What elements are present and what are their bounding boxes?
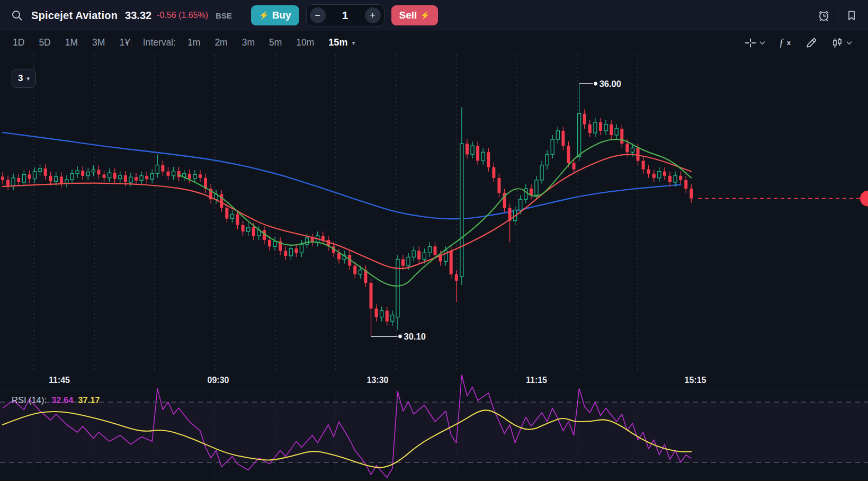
candles bbox=[1, 84, 693, 336]
quantity-stepper: − 1 + bbox=[306, 4, 384, 26]
interval-10m[interactable]: 10m bbox=[296, 37, 314, 48]
ma-fast-green bbox=[179, 139, 692, 286]
range-5d[interactable]: 5D bbox=[39, 37, 50, 48]
buy-button-label: Buy bbox=[272, 10, 291, 21]
divider bbox=[838, 8, 838, 22]
range-1d[interactable]: 1D bbox=[13, 37, 24, 48]
rsi-signal-value: 37.17 bbox=[78, 395, 100, 405]
time-tick: 09:30 bbox=[208, 376, 229, 385]
quantity-value: 1 bbox=[342, 9, 348, 22]
interval-3m[interactable]: 3m bbox=[242, 37, 255, 48]
search-icon[interactable] bbox=[11, 9, 23, 22]
toolbar-right-icons: ƒx bbox=[744, 37, 855, 49]
rsi-gridlines bbox=[34, 391, 638, 481]
interval-15m-active[interactable]: 15m bbox=[328, 37, 347, 48]
time-tick: 13:30 bbox=[367, 376, 389, 385]
crosshair-tool-button[interactable] bbox=[744, 37, 765, 49]
price-change: -0.56 (1.65%) bbox=[157, 11, 208, 20]
rsi-signal-line bbox=[3, 410, 691, 467]
interval-dropdown-caret[interactable]: ▾ bbox=[352, 39, 355, 47]
time-tick: 11:45 bbox=[49, 376, 70, 385]
range-dropdown-caret[interactable]: ▾ bbox=[126, 39, 129, 47]
indicator-count: 3 bbox=[18, 73, 23, 84]
last-price-line bbox=[698, 191, 868, 207]
exchange-badge: BSE bbox=[216, 11, 232, 20]
trading-app: Spicejet Aviation 33.32 -0.56 (1.65%) BS… bbox=[0, 0, 868, 481]
rsi-name: RSI (14): bbox=[12, 395, 47, 405]
bookmark-icon[interactable] bbox=[846, 9, 857, 22]
chevron-down-icon bbox=[759, 41, 765, 45]
time-tick: 11:15 bbox=[526, 376, 547, 385]
indicator-count-dropdown[interactable]: 3 ▾ bbox=[12, 69, 36, 88]
chart-type-candles-button[interactable] bbox=[831, 37, 852, 49]
ma-mid-red bbox=[3, 155, 691, 269]
alerts-icon[interactable] bbox=[817, 9, 830, 22]
svg-text:36.00: 36.00 bbox=[599, 79, 621, 88]
rsi-main-value: 32.64 bbox=[51, 395, 73, 405]
interval-2m[interactable]: 2m bbox=[214, 37, 227, 48]
draw-tool-button[interactable] bbox=[804, 37, 817, 49]
svg-text:30.10: 30.10 bbox=[404, 332, 426, 341]
interval-1m[interactable]: 1m bbox=[187, 37, 200, 48]
header-right-actions bbox=[817, 8, 857, 22]
range-3m[interactable]: 3M bbox=[92, 37, 105, 48]
interval-5m[interactable]: 5m bbox=[269, 37, 282, 48]
time-tick: 15:15 bbox=[685, 376, 706, 385]
low-price-marker: 30.10 bbox=[371, 332, 426, 341]
lightning-icon: ⚡ bbox=[259, 11, 269, 20]
time-axis[interactable]: 11:45 09:30 13:30 11:15 15:15 bbox=[0, 371, 868, 390]
instrument-name: Spicejet Aviation bbox=[31, 10, 118, 22]
last-traded-price: 33.32 bbox=[125, 10, 151, 22]
quantity-increase-button[interactable]: + bbox=[365, 7, 381, 23]
rsi-indicator-legend[interactable]: RSI (14): 32.64 37.17 bbox=[12, 395, 100, 405]
chevron-down-icon: ▾ bbox=[26, 75, 30, 82]
rsi-band bbox=[0, 402, 868, 462]
high-price-marker: 36.00 bbox=[579, 79, 621, 88]
sell-button-label: Sell bbox=[399, 10, 417, 21]
quantity-decrease-button[interactable]: − bbox=[310, 7, 326, 23]
sell-button[interactable]: Sell ⚡ bbox=[391, 5, 439, 25]
buy-button[interactable]: ⚡ Buy bbox=[251, 5, 299, 25]
chevron-down-icon bbox=[846, 41, 852, 45]
indicators-fx-button[interactable]: ƒx bbox=[779, 37, 791, 49]
session-gridlines bbox=[34, 55, 638, 371]
interval-label: Interval: bbox=[143, 37, 176, 48]
divider bbox=[131, 37, 131, 49]
header-bar: Spicejet Aviation 33.32 -0.56 (1.65%) BS… bbox=[0, 0, 868, 31]
lightning-icon: ⚡ bbox=[420, 11, 430, 20]
price-chart-canvas[interactable]: 36.0030.10 bbox=[0, 55, 868, 371]
chart-toolbar: 1D 5D 1M 3M 1Y ▾ Interval: 1m 2m 3m 5m 1… bbox=[0, 31, 868, 55]
range-1m[interactable]: 1M bbox=[65, 37, 78, 48]
